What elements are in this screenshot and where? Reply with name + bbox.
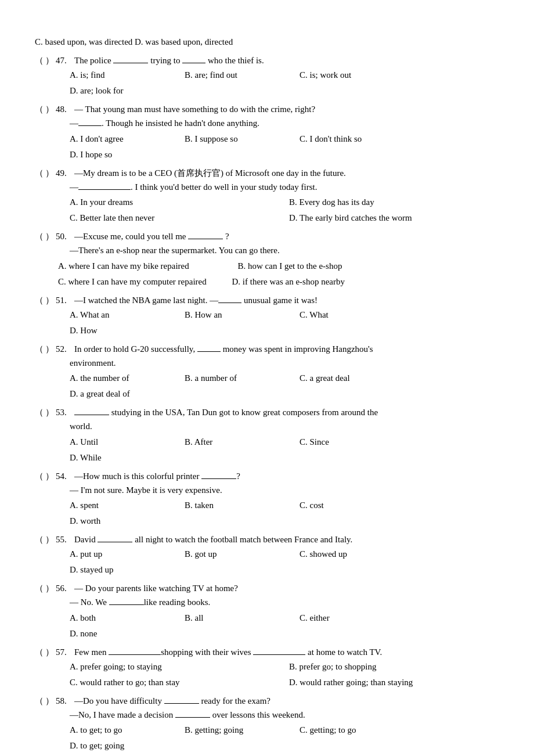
question-53: （ ） 53. studying in the USA, Tan Dun got… [35, 405, 499, 466]
right-paren: ） [45, 532, 56, 546]
option-b: B. a number of [185, 370, 289, 386]
q-text: David all night to watch the football ma… [74, 532, 499, 546]
options: A. What an B. How an C. What D. How [70, 307, 499, 339]
left-paren: （ [35, 532, 45, 546]
option-d: D. none [70, 626, 174, 642]
options: A. both B. all C. either D. none [70, 610, 499, 642]
left-paren: （ [35, 645, 45, 659]
options: A. Until B. After C. Since D. While [70, 434, 499, 466]
question-48: （ ） 48. — That young man must have somet… [35, 102, 499, 163]
q-text: —Do you have difficulty ready for the ex… [74, 694, 499, 708]
option-a: A. prefer going; to staying [70, 659, 279, 675]
q-number: 49. [56, 166, 74, 180]
option-c: C. Since [300, 434, 404, 450]
right-paren: ） [45, 694, 56, 708]
q-number: 54. [56, 469, 74, 483]
option-b: B. Every dog has its day [289, 195, 498, 210]
q-number: 51. [56, 293, 74, 307]
question-57: （ ） 57. Few men shopping with their wive… [35, 645, 499, 690]
option-c: C. I don't think so [300, 131, 404, 147]
right-paren: ） [45, 469, 56, 483]
q-number: 56. [56, 581, 74, 595]
option-a: A. put up [70, 546, 174, 562]
option-c: C. Better late then never [70, 210, 279, 226]
right-paren: ） [45, 581, 56, 595]
page-content: C. based upon, was directed D. was based… [35, 35, 499, 756]
option-b: B. After [185, 434, 289, 450]
option-c: C. is; work out [300, 67, 404, 83]
option-d: D. would rather going; than staying [289, 675, 498, 690]
option-c: C. would rather to go; than stay [70, 675, 279, 690]
q-continuation: —. Though he insisted he hadn't done any… [70, 116, 499, 131]
q-number: 50. [56, 229, 74, 243]
q-number: 57. [56, 645, 74, 659]
q-text: studying in the USA, Tan Dun got to know… [74, 405, 499, 419]
question-56: （ ） 56. — Do your parents like watching … [35, 581, 499, 642]
q-text: — That young man must have something to … [74, 102, 499, 116]
option-d: D. How [70, 323, 174, 339]
q-text: —Excuse me, could you tell me ? [74, 229, 499, 243]
option-a: A. I don't agree [70, 131, 174, 147]
q-number: 58. [56, 694, 74, 708]
question-49: （ ） 49. —My dream is to be a CEO (首席执行官)… [35, 166, 499, 226]
options: A. prefer going; to staying B. prefer go… [70, 659, 499, 690]
option-d: D. The early bird catches the worm [289, 210, 498, 226]
left-paren: （ [35, 405, 45, 419]
header-text: C. based upon, was directed D. was based… [35, 37, 233, 46]
left-paren: （ [35, 469, 45, 483]
option-b: B. getting; going [185, 722, 289, 738]
question-51: （ ） 51. —I watched the NBA game last nig… [35, 293, 499, 339]
option-d: D. to get; going [70, 738, 174, 754]
q-text: The police trying to who the thief is. [74, 53, 499, 67]
option-c: C. getting; to go [300, 722, 404, 738]
question-54: （ ） 54. —How much is this colorful print… [35, 469, 499, 530]
q-continuation: —. I think you'd better do well in your … [70, 180, 499, 195]
q-number: 53. [56, 405, 74, 419]
question-58: （ ） 58. —Do you have difficulty ready fo… [35, 694, 499, 754]
q-continuation: environment. [70, 356, 499, 371]
right-paren: ） [45, 229, 56, 243]
left-paren: （ [35, 166, 45, 180]
option-a: A. is; find [70, 67, 174, 83]
q-text: —My dream is to be a CEO (首席执行官) of Micr… [74, 166, 499, 180]
right-paren: ） [45, 405, 56, 419]
q-number: 55. [56, 532, 74, 546]
option-a: A. where I can have my bike repaired B. … [58, 258, 499, 274]
options: A. to get; to go B. getting; going C. ge… [70, 722, 499, 754]
options: A. is; find B. are; find out C. is; work… [70, 67, 499, 99]
right-paren: ） [45, 342, 56, 356]
option-c: C. showed up [300, 546, 404, 562]
q-continuation: —There's an e-shop near the supermarket.… [70, 243, 499, 258]
q-text: Few men shopping with their wives at hom… [74, 645, 499, 659]
left-paren: （ [35, 102, 45, 116]
option-d: D. While [70, 450, 174, 466]
option-a: A. the number of [70, 370, 174, 386]
left-paren: （ [35, 581, 45, 595]
question-47: （ ） 47. The police trying to who the thi… [35, 53, 499, 99]
q-text: — Do your parents like watching TV at ho… [74, 581, 499, 595]
option-a: A. Until [70, 434, 174, 450]
right-paren: ） [45, 53, 56, 67]
options-special: A. where I can have my bike repaired B. … [58, 258, 499, 290]
q-text: —I watched the NBA game last night. — un… [74, 293, 499, 307]
options: A. I don't agree B. I suppose so C. I do… [70, 131, 499, 163]
right-paren: ） [45, 166, 56, 180]
option-d: D. I hope so [70, 147, 174, 163]
right-paren: ） [45, 293, 56, 307]
option-c: C. cost [300, 498, 404, 513]
options: A. spent B. taken C. cost D. worth [70, 498, 499, 529]
q-text: —How much is this colorful printer ? [74, 469, 499, 483]
q-number: 47. [56, 53, 74, 67]
option-a: A. to get; to go [70, 722, 174, 738]
header-line: C. based upon, was directed D. was based… [35, 35, 499, 49]
option-b: B. prefer go; to shopping [289, 659, 498, 675]
option-b: B. all [185, 610, 289, 626]
right-paren: ） [45, 102, 56, 116]
q-continuation: world. [70, 419, 499, 434]
left-paren: （ [35, 694, 45, 708]
options: A. In your dreams B. Every dog has its d… [70, 195, 499, 226]
q-number: 52. [56, 342, 74, 356]
left-paren: （ [35, 53, 45, 67]
option-a: A. In your dreams [70, 195, 279, 210]
q-continuation: — No. We like reading books. [70, 595, 499, 610]
